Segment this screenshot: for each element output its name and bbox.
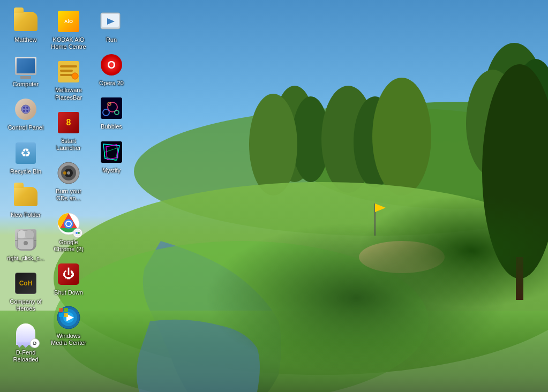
desktop-icon-kodak[interactable]: AiO KODAK AiO Home Centre	[47, 4, 90, 55]
new-folder-label: New Folder	[11, 212, 41, 218]
right-click-label: right_click_c...	[7, 255, 44, 262]
desktop-icon-burn[interactable]: Burn your CDs an...	[47, 156, 90, 206]
recycle-bin-icon: ♻	[13, 140, 39, 166]
desktop-icon-8start[interactable]: 8 8start Launcher	[47, 105, 90, 156]
8start-label: 8start Launcher	[49, 138, 88, 152]
svg-point-44	[66, 222, 71, 226]
melloware-icon	[56, 59, 81, 85]
svg-rect-52	[59, 308, 63, 312]
kodak-label: KODAK AiO Home Centre	[49, 36, 88, 50]
svg-point-40	[63, 171, 66, 175]
desktop-icon-mystify[interactable]: Mystify	[90, 135, 133, 178]
desktop-icon-control-panel[interactable]: Control Panel	[4, 92, 47, 135]
run-label: Run	[106, 36, 117, 43]
desktop-icon-windows-media[interactable]: Windows Media Center	[47, 300, 90, 351]
control-panel-label: Control Panel	[8, 124, 44, 131]
windows-media-icon	[56, 305, 81, 330]
svg-rect-54	[59, 313, 63, 317]
dfend-icon: D	[13, 321, 39, 347]
right-click-icon	[13, 227, 39, 253]
svg-rect-55	[64, 313, 68, 317]
burn-label: Burn your CDs an...	[49, 188, 88, 202]
opera-icon: O	[99, 52, 124, 78]
desktop: Matthew Computer Control	[0, 0, 548, 392]
mystify-label: Mystify	[102, 167, 121, 174]
recycle-bin-label: Recycle Bin	[10, 168, 41, 175]
svg-rect-32	[60, 65, 77, 67]
bubbles-icon	[99, 95, 124, 121]
svg-point-22	[23, 107, 25, 109]
coh-label: Company of Heroes	[6, 298, 45, 312]
desktop-icon-right-click[interactable]: right_click_c...	[4, 223, 47, 266]
desktop-icon-computer[interactable]: Computer	[4, 49, 47, 92]
desktop-icons-grid: Matthew Computer Control	[0, 0, 137, 392]
dfend-label: D-Fend Reloaded	[6, 349, 45, 363]
desktop-icon-recycle-bin[interactable]: ♻ Recycle Bin	[4, 136, 47, 179]
svg-point-24	[23, 110, 25, 112]
matthew-icon	[13, 9, 39, 34]
desktop-icon-bubbles[interactable]: Bubbles	[90, 91, 133, 134]
svg-rect-27	[18, 230, 25, 239]
chrome-label: Google Chrome (2)	[49, 239, 88, 253]
svg-rect-58	[101, 97, 122, 119]
svg-point-39	[67, 171, 70, 175]
run-icon	[99, 9, 124, 34]
svg-point-21	[21, 105, 30, 114]
kodak-icon: AiO	[56, 9, 81, 34]
8start-icon: 8	[56, 110, 81, 135]
desktop-icon-run[interactable]: Run	[90, 4, 133, 48]
desktop-icon-company-of-heroes[interactable]: CoH Company of Heroes	[4, 266, 47, 316]
desktop-icon-new-folder[interactable]: New Folder	[4, 179, 47, 223]
desktop-icon-opera[interactable]: O Opera 20	[90, 48, 133, 91]
svg-rect-33	[60, 70, 73, 72]
svg-point-35	[72, 73, 78, 79]
burn-icon	[56, 160, 81, 186]
opera-label: Opera 20	[99, 80, 124, 87]
bubbles-label: Bubbles	[101, 123, 122, 130]
mystify-icon	[99, 139, 124, 165]
svg-point-47	[78, 232, 80, 234]
svg-point-25	[26, 110, 28, 112]
chrome-icon	[56, 211, 81, 237]
svg-point-23	[26, 107, 28, 109]
svg-point-30	[24, 241, 28, 245]
melloware-label: Melloware PlacesBar	[49, 87, 88, 101]
desktop-icon-shutdown[interactable]: ⏻ Shut Down	[47, 257, 90, 300]
windows-media-label: Windows Media Center	[49, 333, 88, 346]
svg-rect-53	[64, 308, 68, 312]
svg-rect-28	[25, 230, 34, 239]
matthew-label: Matthew	[14, 36, 37, 43]
svg-point-46	[76, 232, 78, 234]
coh-icon: CoH	[13, 270, 39, 296]
shutdown-icon: ⏻	[56, 261, 81, 287]
new-folder-icon	[13, 184, 39, 209]
desktop-icon-chrome[interactable]: Google Chrome (2)	[47, 207, 90, 257]
desktop-icon-dfend[interactable]: D D-Fend Reloaded	[4, 317, 47, 367]
control-panel-icon	[13, 96, 39, 122]
desktop-icon-matthew[interactable]: Matthew	[4, 4, 47, 48]
computer-icon	[13, 53, 39, 79]
shutdown-label: Shut Down	[54, 289, 83, 296]
desktop-icon-melloware[interactable]: Melloware PlacesBar	[47, 55, 90, 105]
computer-label: Computer	[13, 81, 39, 88]
